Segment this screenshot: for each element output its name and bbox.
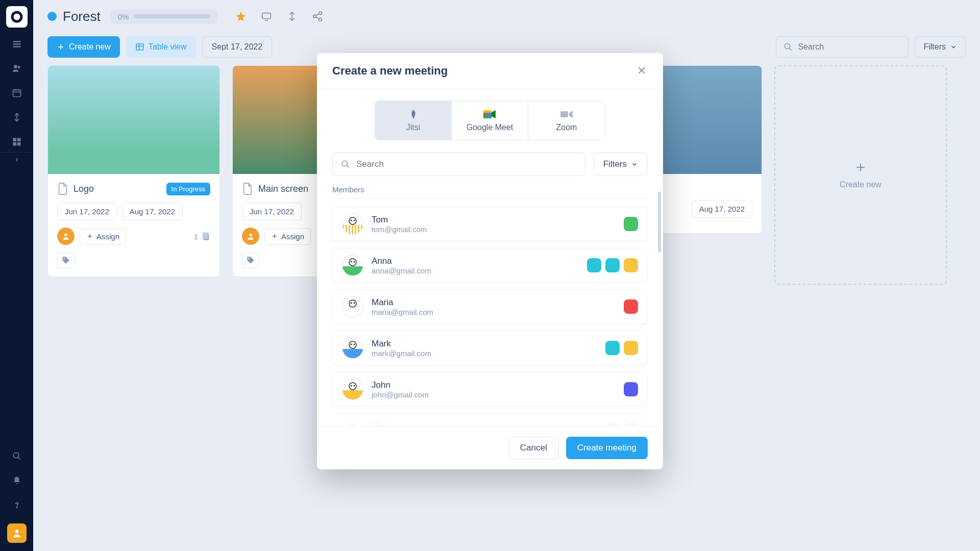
close-icon[interactable]: ✕ bbox=[635, 65, 648, 77]
tag-color bbox=[624, 299, 638, 314]
tag-color bbox=[605, 258, 620, 272]
svg-point-70 bbox=[349, 424, 356, 426]
member-row[interactable]: Anna anna@gmail.com bbox=[332, 248, 648, 283]
member-row[interactable]: John john@gmail.com bbox=[332, 372, 648, 407]
tag-color bbox=[605, 423, 620, 426]
svg-point-60 bbox=[354, 261, 355, 263]
tag-color bbox=[624, 341, 638, 355]
member-name: John bbox=[372, 380, 616, 390]
svg-point-58 bbox=[349, 259, 356, 266]
tab-zoom[interactable]: Zoom bbox=[528, 101, 605, 140]
svg-point-62 bbox=[351, 303, 352, 304]
member-row[interactable]: Nick nick@gmail.com bbox=[332, 413, 648, 426]
svg-point-57 bbox=[354, 220, 355, 221]
svg-point-53 bbox=[342, 161, 348, 166]
member-email: maria@gmail.com bbox=[372, 308, 616, 316]
member-email: john@gmail.com bbox=[372, 390, 616, 399]
svg-point-64 bbox=[349, 341, 356, 348]
member-avatar bbox=[342, 420, 363, 426]
tab-jitsi-label: Jitsi bbox=[406, 123, 421, 132]
svg-rect-49 bbox=[483, 110, 492, 113]
svg-point-63 bbox=[354, 303, 355, 304]
tab-google-meet-label: Google Meet bbox=[467, 123, 513, 132]
modal-search-field[interactable] bbox=[356, 159, 577, 169]
svg-point-66 bbox=[354, 344, 355, 345]
tab-jitsi[interactable]: Jitsi bbox=[375, 101, 452, 140]
member-name: Anna bbox=[372, 256, 579, 266]
svg-rect-51 bbox=[560, 111, 568, 117]
tab-google-meet[interactable]: Google Meet bbox=[452, 101, 528, 140]
search-icon bbox=[341, 160, 350, 169]
svg-point-61 bbox=[349, 300, 356, 307]
svg-point-59 bbox=[351, 261, 352, 263]
svg-point-55 bbox=[349, 217, 356, 224]
svg-marker-50 bbox=[492, 110, 496, 118]
member-list: Tom tom@gmail.com Anna anna@gmail.com Ma… bbox=[332, 207, 648, 426]
member-name: Nick bbox=[372, 421, 597, 427]
member-tags bbox=[624, 217, 638, 231]
zoom-icon bbox=[560, 109, 573, 120]
chevron-down-icon bbox=[631, 161, 638, 168]
member-email: tom@gmail.com bbox=[372, 225, 616, 234]
member-email: anna@gmail.com bbox=[372, 266, 579, 275]
member-row[interactable]: Mark mark@gmail.com bbox=[332, 331, 648, 365]
member-tags bbox=[605, 423, 638, 426]
modal-filters-button[interactable]: Filters bbox=[594, 153, 648, 176]
member-email: mark@gmail.com bbox=[372, 349, 597, 358]
cancel-button[interactable]: Cancel bbox=[508, 437, 559, 459]
member-avatar bbox=[342, 255, 363, 276]
svg-point-65 bbox=[351, 344, 352, 345]
create-meeting-label: Create meeting bbox=[577, 443, 636, 453]
tag-color bbox=[624, 217, 638, 231]
member-tags bbox=[587, 258, 638, 272]
tag-color bbox=[605, 341, 620, 355]
create-meeting-modal: Create a new meeting ✕ Jitsi Google Meet… bbox=[317, 53, 663, 469]
member-row[interactable]: Maria maria@gmail.com bbox=[332, 289, 648, 324]
cancel-label: Cancel bbox=[520, 443, 547, 453]
member-avatar bbox=[342, 337, 363, 359]
tab-zoom-label: Zoom bbox=[556, 123, 577, 132]
member-row[interactable]: Tom tom@gmail.com bbox=[332, 207, 648, 241]
member-avatar bbox=[342, 379, 363, 400]
divider bbox=[332, 198, 648, 198]
tag-color bbox=[624, 382, 638, 396]
jitsi-icon bbox=[407, 109, 420, 120]
svg-line-54 bbox=[347, 165, 349, 168]
modal-filters-label: Filters bbox=[603, 159, 627, 169]
member-avatar bbox=[342, 213, 363, 235]
member-name: Tom bbox=[372, 215, 616, 225]
member-tags bbox=[624, 382, 638, 396]
svg-point-69 bbox=[354, 385, 355, 387]
svg-point-67 bbox=[349, 383, 356, 390]
modal-search-input[interactable] bbox=[332, 153, 585, 176]
provider-tabs: Jitsi Google Meet Zoom bbox=[375, 101, 605, 140]
members-section-label: Members bbox=[332, 185, 648, 194]
google-meet-icon bbox=[483, 109, 497, 120]
tag-color bbox=[587, 258, 601, 272]
tag-color bbox=[624, 258, 638, 272]
svg-marker-52 bbox=[569, 111, 573, 118]
svg-point-56 bbox=[351, 220, 352, 221]
tag-color bbox=[624, 423, 638, 426]
member-tags bbox=[624, 299, 638, 314]
member-name: Maria bbox=[372, 297, 616, 308]
modal-overlay: Create a new meeting ✕ Jitsi Google Meet… bbox=[0, 0, 980, 551]
member-avatar bbox=[342, 296, 363, 317]
modal-title: Create a new meeting bbox=[332, 64, 448, 78]
svg-point-68 bbox=[351, 385, 352, 387]
scrollbar[interactable] bbox=[658, 191, 661, 253]
member-name: Mark bbox=[372, 339, 597, 349]
create-meeting-button[interactable]: Create meeting bbox=[566, 437, 648, 459]
svg-rect-48 bbox=[483, 116, 492, 118]
member-tags bbox=[605, 341, 638, 355]
